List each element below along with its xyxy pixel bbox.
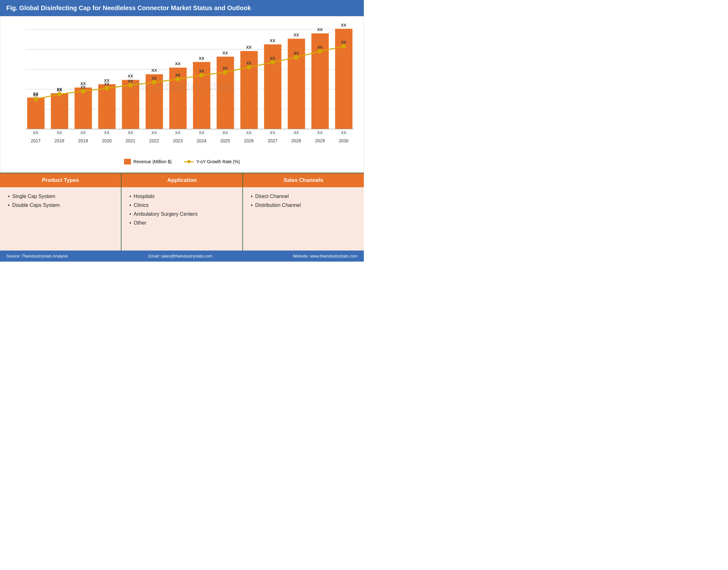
- product-types-body: Single Cap System Double Caps System: [0, 187, 121, 251]
- bar-value-2026: XX: [246, 130, 252, 135]
- bar-value-2030: XX: [341, 130, 346, 135]
- bar-label-2025: XX: [222, 50, 228, 55]
- dot-2026: [247, 65, 251, 70]
- line-label-2023: XX: [175, 73, 181, 77]
- dot-2022: [152, 80, 156, 85]
- line-label-2020: XX: [104, 82, 109, 86]
- product-types-panel: Product Types Single Cap System Double C…: [0, 173, 122, 251]
- product-types-header: Product Types: [0, 173, 121, 187]
- line-label-2027: XX: [270, 56, 275, 60]
- list-item: Distribution Channel: [251, 203, 356, 208]
- x-label-2022: 2022: [149, 138, 159, 143]
- x-label-2018: 2018: [54, 138, 64, 143]
- application-body: Hospitals Clinics Ambulatory Surgery Cen…: [122, 187, 242, 251]
- sales-channels-panel: Sales Channels Direct Channel Distributi…: [243, 173, 364, 251]
- bar-value-2029: XX: [317, 130, 323, 135]
- bar-label-2029: XX: [317, 27, 323, 32]
- legend-bar: Revenue (Million $): [124, 159, 172, 165]
- bar-label-2028: XX: [294, 33, 299, 37]
- x-label-2025: 2025: [220, 138, 230, 143]
- legend-bar-box: [124, 159, 131, 165]
- x-label-2028: 2028: [291, 138, 301, 143]
- bar-2018: [51, 93, 68, 129]
- dot-2027: [270, 60, 275, 65]
- dot-2028: [294, 55, 298, 60]
- chart-svg: XX XX XX XX XX XX XX XX XX XX: [10, 23, 354, 156]
- list-item: Ambulatory Surgery Centers: [130, 211, 234, 217]
- bar-value-2028: XX: [294, 130, 299, 135]
- bar-label-2022: XX: [152, 68, 157, 73]
- x-label-2021: 2021: [126, 138, 136, 143]
- chart-legend: Revenue (Million $) Y-oY Growth Rate (%): [10, 156, 354, 169]
- dot-2025: [223, 70, 228, 75]
- bar-label-2024: XX: [199, 56, 204, 60]
- dot-2023: [176, 77, 180, 82]
- bar-value-2020: XX: [104, 130, 109, 135]
- x-label-2024: 2024: [197, 138, 206, 143]
- product-types-list: Single Cap System Double Caps System: [8, 194, 113, 208]
- x-label-2019: 2019: [78, 138, 88, 143]
- footer-website: Website: www.theindustrystats.com: [293, 254, 357, 258]
- list-item: Other: [130, 220, 234, 226]
- line-label-2028: XX: [294, 51, 299, 56]
- line-label-2024: XX: [199, 69, 204, 73]
- line-label-2019: XX: [81, 85, 86, 89]
- dot-2021: [128, 83, 133, 88]
- legend-line-label: Y-oY Growth Rate (%): [196, 159, 240, 164]
- bar-label-2023: XX: [175, 61, 180, 66]
- footer: Source: Theindustrystats Analysis Email:…: [0, 251, 364, 262]
- application-header: Application: [122, 173, 242, 187]
- dot-2020: [104, 86, 109, 91]
- bar-label-2030: XX: [341, 23, 346, 27]
- x-label-2017: 2017: [31, 138, 40, 143]
- legend-line-indicator: [184, 161, 194, 162]
- x-label-2029: 2029: [315, 138, 325, 143]
- x-label-2026: 2026: [244, 138, 254, 143]
- bar-2020: [98, 84, 115, 129]
- bar-label-2026: XX: [246, 45, 252, 50]
- x-label-2030: 2030: [339, 138, 349, 143]
- application-panel: Application Hospitals Clinics Ambulatory…: [122, 173, 243, 251]
- bar-2017: [27, 97, 45, 129]
- dot-2029: [318, 49, 322, 54]
- bar-value-2019: XX: [80, 130, 86, 135]
- line-label-2026: XX: [246, 61, 252, 65]
- legend-bar-label: Revenue (Million $): [134, 159, 172, 164]
- legend-line: Y-oY Growth Rate (%): [184, 159, 240, 165]
- chart-wrapper: The Industry Stats m a r k e t r e s e a…: [10, 23, 354, 156]
- bar-value-2021: XX: [128, 130, 133, 135]
- line-label-2021: XX: [128, 79, 133, 83]
- line-label-2030: XX: [341, 40, 346, 45]
- bottom-section: Product Types Single Cap System Double C…: [0, 173, 364, 251]
- bar-value-2017: XX: [33, 130, 38, 135]
- list-item: Direct Channel: [251, 194, 356, 199]
- dot-2030: [341, 44, 346, 49]
- x-label-2023: 2023: [173, 138, 183, 143]
- list-item: Single Cap System: [8, 194, 113, 199]
- sales-channels-body: Direct Channel Distribution Channel: [243, 187, 364, 251]
- footer-email: Email: sales@theindustrystats.com: [149, 254, 213, 258]
- main-container: Fig. Global Disinfecting Cap for Needlel…: [0, 0, 364, 262]
- list-item: Hospitals: [130, 194, 234, 199]
- line-label-2029: XX: [317, 45, 323, 50]
- page-title: Fig. Global Disinfecting Cap for Needlel…: [0, 0, 364, 16]
- bar-value-2027: XX: [270, 130, 275, 135]
- dot-2017: [33, 97, 38, 101]
- bar-value-2023: XX: [175, 130, 180, 135]
- bar-value-2022: XX: [152, 130, 157, 135]
- bar-value-2025: XX: [222, 130, 228, 135]
- line-label-2022: XX: [152, 76, 157, 80]
- bar-value-2024: XX: [199, 130, 204, 135]
- dot-2019: [81, 89, 85, 94]
- bar-value-2018: XX: [57, 130, 62, 135]
- sales-channels-list: Direct Channel Distribution Channel: [251, 194, 356, 208]
- line-label-2018: XX: [57, 88, 62, 92]
- line-label-2025: XX: [223, 66, 228, 70]
- bar-2019: [75, 88, 92, 129]
- list-item: Double Caps System: [8, 203, 113, 208]
- bar-label-2027: XX: [270, 38, 275, 43]
- x-label-2027: 2027: [268, 138, 277, 143]
- x-label-2020: 2020: [102, 138, 112, 143]
- list-item: Clinics: [130, 203, 234, 208]
- sales-channels-header: Sales Channels: [243, 173, 364, 187]
